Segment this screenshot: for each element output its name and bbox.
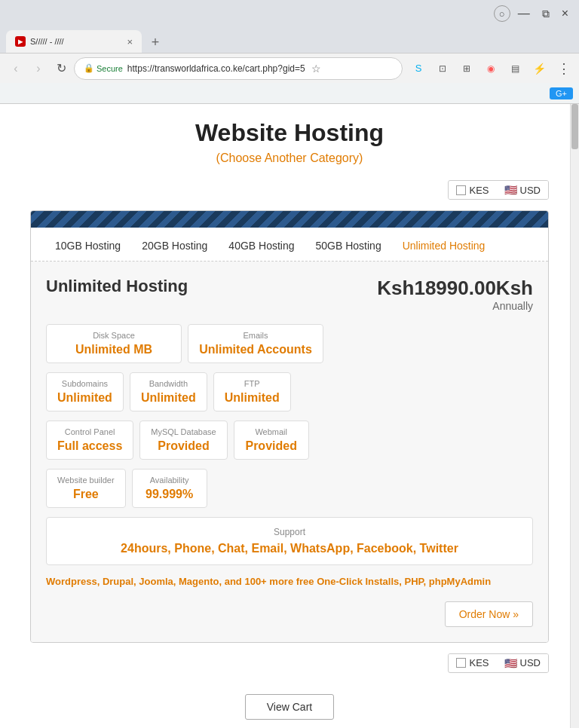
bottom-currency-bar: KES 🇺🇸 USD [0, 643, 579, 684]
subdomains-label: Subdomains [57, 379, 112, 388]
ext-icon-3[interactable]: ◉ [481, 59, 501, 78]
stripe-header [31, 211, 548, 228]
extension-bar: G+ [0, 83, 579, 104]
kes-option-bottom[interactable]: KES [449, 654, 497, 671]
extension-button[interactable]: G+ [550, 87, 573, 99]
usd-flag-bottom: 🇺🇸 [504, 657, 517, 669]
feature-bandwidth: Bandwidth Unlimited [130, 372, 207, 411]
feature-ftp: FTP Unlimited [213, 372, 291, 411]
usd-option-bottom[interactable]: 🇺🇸 USD [497, 654, 548, 672]
tab-10gb[interactable]: 10GB Hosting [46, 237, 130, 255]
support-box: Support 24hours, Phone, Chat, Email, Wha… [46, 517, 533, 565]
tab-40gb[interactable]: 40GB Hosting [219, 237, 303, 255]
new-tab-button[interactable]: + [145, 32, 166, 53]
order-now-button[interactable]: Order Now » [445, 601, 533, 627]
usd-option-top[interactable]: 🇺🇸 USD [497, 181, 548, 199]
mysql-value: Provided [151, 439, 216, 453]
kes-label-bottom: KES [470, 657, 489, 668]
webmail-label: Webmail [245, 427, 298, 436]
plan-price-block: Ksh18990.00Ksh Annually [377, 277, 533, 312]
feature-mysql: MySQL Database Provided [139, 421, 227, 460]
back-button[interactable]: ‹ [6, 59, 26, 78]
plan-note: Wordpress, Drupal, Joomla, Magento, and … [46, 574, 533, 589]
page-title: Website Hosting [0, 119, 579, 147]
browser-titlebar: ○ — ⧉ × [0, 0, 579, 27]
secure-badge: 🔒 Secure [84, 63, 123, 73]
features-grid-row3: Control Panel Full access MySQL Database… [46, 421, 533, 460]
feature-availability: Availability 99.999% [132, 469, 207, 508]
hosting-tabs: 10GB Hosting 20GB Hosting 40GB Hosting 5… [31, 228, 548, 262]
plan-note-prefix: Wordpress, Drupal, Joomla, Magento, and [46, 576, 244, 587]
maximize-button[interactable]: ⧉ [538, 8, 554, 20]
active-tab[interactable]: ▶ S///// - //// × [6, 30, 142, 53]
browser-tabs: ▶ S///// - //// × + [0, 27, 579, 53]
address-icons: ☆ [311, 63, 321, 75]
mysql-label: MySQL Database [151, 427, 216, 436]
usd-label-bottom: USD [520, 657, 541, 668]
tab-50gb[interactable]: 50GB Hosting [307, 237, 391, 255]
refresh-button[interactable]: ↻ [51, 59, 71, 78]
top-currency-bar: KES 🇺🇸 USD [0, 180, 579, 200]
order-btn-row: Order Now » [46, 601, 533, 627]
features-grid-row4: Website builder Free Availability 99.999… [46, 469, 533, 508]
view-cart-button[interactable]: View Cart [245, 694, 334, 720]
address-text: https://transworldafrica.co.ke/cart.php?… [127, 63, 305, 74]
feature-emails: Emails Unlimited Accounts [188, 324, 323, 363]
feature-webmail: Webmail Provided [234, 421, 309, 460]
minimize-button[interactable]: — [513, 7, 535, 20]
plan-note-suffix: more free One-Click Installs, PHP, phpMy… [267, 576, 491, 587]
address-bar[interactable]: 🔒 Secure https://transworldafrica.co.ke/… [74, 57, 403, 80]
ftp-label: FTP [225, 379, 280, 388]
currency-selector-bottom: KES 🇺🇸 USD [448, 653, 549, 673]
currency-selector-top: KES 🇺🇸 USD [448, 180, 549, 200]
disk-space-label: Disk Space [57, 331, 170, 340]
forward-button[interactable]: › [29, 59, 48, 78]
tab-unlimited[interactable]: Unlimited Hosting [394, 237, 495, 255]
close-window-button[interactable]: × [557, 7, 573, 20]
ext-icon-4[interactable]: ▤ [505, 59, 525, 78]
usd-flag-top: 🇺🇸 [504, 184, 517, 196]
view-cart-section: View Cart [0, 684, 579, 729]
website-builder-value: Free [57, 488, 115, 501]
kes-option-top[interactable]: KES [449, 182, 497, 199]
secure-label: Secure [96, 64, 123, 73]
support-label: Support [59, 527, 520, 537]
feature-control-panel: Control Panel Full access [46, 421, 133, 460]
scrollbar[interactable] [570, 104, 579, 728]
kes-checkbox[interactable] [456, 185, 466, 195]
disk-space-value: Unlimited MB [57, 343, 170, 356]
star-icon[interactable]: ☆ [311, 63, 321, 75]
webmail-value: Provided [245, 439, 298, 453]
tab-20gb[interactable]: 20GB Hosting [133, 237, 216, 255]
usd-label-top: USD [520, 185, 541, 196]
plan-note-highlight: 100+ [244, 576, 266, 587]
emails-value: Unlimited Accounts [199, 343, 312, 356]
tab-favicon: ▶ [15, 36, 26, 47]
skype-icon[interactable]: S [409, 59, 428, 78]
bandwidth-value: Unlimited [141, 391, 196, 405]
plan-name: Unlimited Hosting [46, 277, 188, 296]
more-menu-button[interactable]: ⋮ [553, 59, 573, 78]
lock-icon: 🔒 [84, 63, 94, 73]
features-grid-row2: Subdomains Unlimited Bandwidth Unlimited… [46, 372, 533, 411]
website-builder-label: Website builder [57, 476, 115, 485]
ext-icon-5[interactable]: ⚡ [529, 59, 549, 78]
scrollbar-thumb[interactable] [571, 104, 578, 149]
feature-disk-space: Disk Space Unlimited MB [46, 324, 182, 363]
choose-category-link[interactable]: (Choose Another Category) [0, 151, 579, 165]
kes-label-top: KES [470, 185, 489, 196]
control-panel-value: Full access [57, 439, 122, 453]
ext-icon-1[interactable]: ⊡ [433, 59, 452, 78]
browser-nav: ‹ › ↻ 🔒 Secure https://transworldafrica.… [0, 53, 579, 83]
kes-checkbox-bottom[interactable] [456, 658, 466, 668]
bandwidth-label: Bandwidth [141, 379, 196, 388]
subdomains-value: Unlimited [57, 391, 112, 405]
control-panel-label: Control Panel [57, 427, 122, 436]
profile-icon[interactable]: ○ [494, 5, 510, 22]
tab-close-icon[interactable]: × [127, 36, 133, 47]
toolbar-icons: S ⊡ ⊞ ◉ ▤ ⚡ ⋮ [409, 59, 573, 78]
ext-icon-2[interactable]: ⊞ [457, 59, 476, 78]
plan-period: Annually [377, 300, 533, 312]
feature-subdomains: Subdomains Unlimited [46, 372, 124, 411]
feature-website-builder: Website builder Free [46, 469, 126, 508]
